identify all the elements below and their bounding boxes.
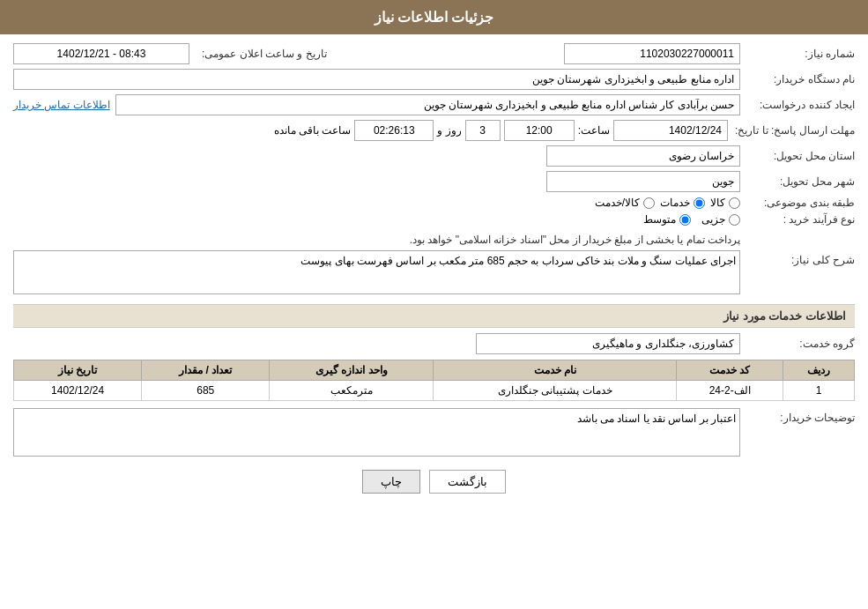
ijadKonande-input[interactable] bbox=[115, 94, 740, 115]
mohlatErsal-label: مهلت ارسال پاسخ: تا تاریخ: bbox=[728, 124, 855, 137]
saat-label: ساعت: bbox=[578, 124, 610, 137]
radio-kala-label: کالا bbox=[710, 197, 725, 209]
radio-kala[interactable]: کالا bbox=[710, 197, 740, 209]
page-header: جزئیات اطلاعات نیاز bbox=[0, 0, 868, 34]
page-title: جزئیات اطلاعات نیاز bbox=[375, 10, 494, 25]
groheKhadamat-input[interactable] bbox=[476, 333, 740, 354]
radio-kala-input[interactable] bbox=[729, 197, 740, 209]
radio-kala-khadamat-input[interactable] bbox=[643, 197, 655, 209]
col-vahed: واحد اندازه گیری bbox=[270, 360, 434, 381]
radio-motavaset-input[interactable] bbox=[679, 214, 691, 226]
remain-label: ساعت باقی مانده bbox=[274, 124, 352, 137]
radio-jozyi-label: جزیی bbox=[701, 213, 725, 226]
ijadKonande-label: ایجاد کننده درخواست: bbox=[740, 99, 855, 111]
col-namKhadamat: نام خدمت bbox=[434, 360, 677, 381]
tarikhAelan-input[interactable] bbox=[13, 43, 189, 64]
col-kodKhadamat: کد خدمت bbox=[677, 360, 783, 381]
radio-kala-khadamat[interactable]: کالا/خدمت bbox=[595, 197, 655, 209]
groheKhadamat-label: گروه خدمت: bbox=[740, 338, 855, 350]
mohlatErsal-remain-input[interactable] bbox=[354, 120, 434, 141]
radio-motavaset-label: متوسط bbox=[643, 213, 676, 226]
col-tarikh: تاریخ نیاز bbox=[14, 360, 142, 381]
sharhKoli-label: شرح کلی نیاز: bbox=[740, 250, 855, 266]
shahr-input[interactable] bbox=[546, 171, 740, 192]
toozihat-textarea[interactable]: اعتبار بر اساس نقد یا اسناد می باشد bbox=[13, 408, 740, 457]
ostan-input[interactable] bbox=[546, 145, 740, 167]
noFarayand-label: نوع فرآیند خرید : bbox=[740, 213, 855, 226]
cell-tedad: 685 bbox=[142, 381, 270, 401]
toozihat-label: توضیحات خریدار: bbox=[740, 408, 855, 424]
radio-jozyi[interactable]: جزیی bbox=[701, 213, 740, 226]
services-table: ردیف کد خدمت نام خدمت واحد اندازه گیری ت… bbox=[13, 360, 855, 401]
col-radif: ردیف bbox=[783, 360, 855, 381]
radio-khadamat-input[interactable] bbox=[694, 197, 705, 209]
radio-kala-khadamat-label: کالا/خدمت bbox=[595, 197, 640, 209]
namDastgah-label: نام دستگاه خریدار: bbox=[740, 73, 855, 85]
etelaatTamas-link[interactable]: اطلاعات تماس خریدار bbox=[13, 99, 110, 111]
section-khadamat-title: اطلاعات خدمات مورد نیاز bbox=[13, 304, 855, 328]
col-tedad: تعداد / مقدار bbox=[142, 360, 270, 381]
shomareNiaz-input[interactable] bbox=[564, 43, 740, 64]
print-button[interactable]: چاپ bbox=[362, 470, 420, 494]
tabaqeBandi-label: طبقه بندی موضوعی: bbox=[740, 197, 855, 209]
back-button[interactable]: بازگشت bbox=[429, 470, 506, 494]
rooz-label: روز و bbox=[437, 124, 461, 137]
cell-namKhadamat: خدمات پشتیبانی جنگلداری bbox=[434, 381, 677, 401]
sharhKoli-textarea[interactable]: اجرای عملیات سنگ و ملات بند خاکی سرداب ب… bbox=[13, 250, 740, 294]
radio-motavaset[interactable]: متوسط bbox=[643, 213, 691, 226]
cell-radif: 1 bbox=[783, 381, 855, 401]
ostan-label: استان محل تحویل: bbox=[740, 150, 855, 162]
radio-khadamat[interactable]: خدمات bbox=[660, 197, 705, 209]
mohlatErsal-date-input[interactable] bbox=[613, 120, 728, 141]
shomareNiaz-label: شماره نیاز: bbox=[740, 48, 855, 60]
cell-vahed: مترمکعب bbox=[270, 381, 434, 401]
tarikhAelan-label: تاریخ و ساعت اعلان عمومی: bbox=[195, 48, 327, 60]
mohlatErsal-rooz-input[interactable] bbox=[465, 120, 501, 141]
cell-kodKhadamat: الف-2-24 bbox=[677, 381, 783, 401]
button-row: بازگشت چاپ bbox=[13, 470, 855, 507]
shahr-label: شهر محل تحویل: bbox=[740, 175, 855, 188]
radio-jozyi-input[interactable] bbox=[729, 214, 740, 226]
noFarayand-desc: پرداخت تمام یا بخشی از مبلغ خریدار از مح… bbox=[410, 234, 740, 246]
radio-khadamat-label: خدمات bbox=[660, 197, 690, 209]
mohlatErsal-saat-input[interactable] bbox=[504, 120, 575, 141]
cell-tarikh: 1402/12/24 bbox=[14, 381, 142, 401]
namDastgah-input[interactable] bbox=[13, 69, 740, 90]
table-row: 1 الف-2-24 خدمات پشتیبانی جنگلداری مترمک… bbox=[14, 381, 855, 401]
